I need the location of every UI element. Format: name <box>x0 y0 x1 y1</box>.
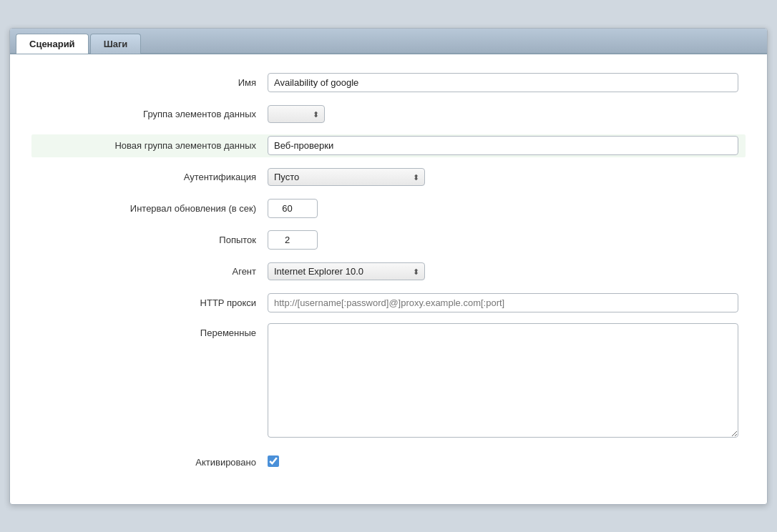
input-new-data-group[interactable] <box>268 136 738 155</box>
label-data-group: Группа элементов данных <box>39 109 268 119</box>
label-agent: Агент <box>39 266 268 277</box>
label-name: Имя <box>39 77 268 88</box>
control-interval <box>268 199 738 218</box>
row-interval: Интервал обновления (в сек) <box>39 197 738 220</box>
row-data-group: Группа элементов данных <box>39 103 738 126</box>
label-proxy: HTTP прокси <box>39 297 268 308</box>
tab-steps[interactable]: Шаги <box>90 34 142 54</box>
row-new-data-group: Новая группа элементов данных <box>31 134 746 157</box>
input-name[interactable] <box>268 73 738 92</box>
row-activated: Активировано <box>39 451 738 474</box>
label-auth: Аутентификация <box>39 172 268 182</box>
label-variables: Переменные <box>39 323 268 338</box>
control-attempts <box>268 230 738 250</box>
row-auth: Аутентификация Пусто <box>39 166 738 189</box>
row-attempts: Попыток <box>39 229 738 252</box>
select-wrapper-group <box>268 105 325 123</box>
control-variables <box>268 323 738 440</box>
row-variables: Переменные <box>39 323 738 440</box>
select-agent[interactable]: Internet Explorer 10.0 <box>268 262 425 280</box>
checkbox-activated[interactable] <box>268 455 279 467</box>
input-interval[interactable] <box>268 199 318 218</box>
label-new-data-group: Новая группа элементов данных <box>39 140 268 151</box>
main-window: Сценарий Шаги Имя Группа элементов данны… <box>9 28 768 505</box>
select-wrapper-auth: Пусто <box>268 168 425 186</box>
input-attempts[interactable] <box>268 230 318 250</box>
label-attempts: Попыток <box>39 235 268 245</box>
control-name <box>268 73 738 92</box>
label-activated: Активировано <box>39 457 268 468</box>
form-area: Имя Группа элементов данных Новая группа… <box>10 54 767 504</box>
control-proxy <box>268 293 738 312</box>
tab-bar: Сценарий Шаги <box>10 29 767 54</box>
tab-scenario[interactable]: Сценарий <box>16 34 89 54</box>
textarea-variables[interactable] <box>268 323 738 438</box>
control-new-data-group <box>268 136 738 155</box>
control-agent: Internet Explorer 10.0 <box>268 262 738 280</box>
control-activated <box>268 455 738 469</box>
control-auth: Пусто <box>268 168 738 186</box>
row-agent: Агент Internet Explorer 10.0 <box>39 260 738 283</box>
row-name: Имя <box>39 72 738 94</box>
input-proxy[interactable] <box>268 293 738 312</box>
label-interval: Интервал обновления (в сек) <box>39 203 268 214</box>
select-wrapper-agent: Internet Explorer 10.0 <box>268 262 425 280</box>
row-proxy: HTTP прокси <box>39 292 738 315</box>
control-data-group <box>268 105 738 123</box>
select-auth[interactable]: Пусто <box>268 168 425 186</box>
select-data-group[interactable] <box>268 105 325 123</box>
